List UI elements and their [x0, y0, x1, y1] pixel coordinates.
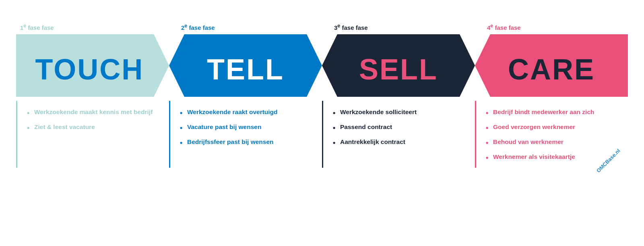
phases-wrapper: 1e fase faseTOUCH2e fase faseTELL3e fase… — [16, 8, 628, 168]
arrow-wrapper-4: CARE — [475, 34, 628, 97]
content-row: • Werkzoekende maakt kennis met bedrijf•… — [16, 101, 628, 168]
svg-text:TELL: TELL — [207, 53, 284, 85]
phase-col-3: 3e fase faseSELL — [322, 8, 475, 97]
phase-label-4: 4e fase fase — [475, 23, 628, 31]
svg-text:CARE: CARE — [508, 53, 595, 85]
content-col-1: • Werkzoekende maakt kennis met bedrijf•… — [16, 101, 169, 168]
phases-row: 1e fase faseTOUCH2e fase faseTELL3e fase… — [16, 8, 628, 97]
list-item: • Aantrekkelijk contract — [333, 138, 470, 146]
list-item: • Ziet & leest vacature — [27, 123, 164, 131]
phase-label-2: 2e fase fase — [169, 23, 322, 31]
content-col-4: • Bedrijf bindt medewerker aan zich• Goe… — [475, 101, 628, 168]
list-item: • Bedrijfssfeer past bij wensen — [180, 138, 317, 146]
list-item: • Bedrijf bindt medewerker aan zich — [486, 108, 623, 117]
content-col-2: • Werkzoekende raakt overtuigd• Vacature… — [169, 101, 322, 168]
arrow-wrapper-1: TOUCH — [16, 34, 169, 97]
phase-label-3: 3e fase fase — [322, 23, 475, 31]
list-item: • Werkzoekende solliciteert — [333, 108, 470, 117]
list-item: • Goed verzorgen werknemer — [486, 123, 623, 131]
content-col-3: • Werkzoekende solliciteert• Passend con… — [322, 101, 475, 168]
list-item: • Vacature past bij wensen — [180, 123, 317, 131]
list-item: • Passend contract — [333, 123, 470, 131]
list-item: • Werknemer als visitekaartje — [486, 153, 623, 161]
phase-col-1: 1e fase faseTOUCH — [16, 8, 169, 97]
svg-text:TOUCH: TOUCH — [35, 53, 144, 85]
svg-text:SELL: SELL — [359, 53, 438, 85]
list-item: • Werkzoekende maakt kennis met bedrijf — [27, 108, 164, 117]
main-container: 1e fase faseTOUCH2e fase faseTELL3e fase… — [0, 0, 644, 246]
arrow-wrapper-2: TELL — [169, 34, 322, 97]
phase-col-4: 4e fase faseCARE — [475, 8, 628, 97]
list-item: • Werkzoekende raakt overtuigd — [180, 108, 317, 117]
phase-col-2: 2e fase faseTELL — [169, 8, 322, 97]
list-item: • Behoud van werknemer — [486, 138, 623, 146]
arrow-wrapper-3: SELL — [322, 34, 475, 97]
phase-label-1: 1e fase fase — [16, 23, 169, 31]
